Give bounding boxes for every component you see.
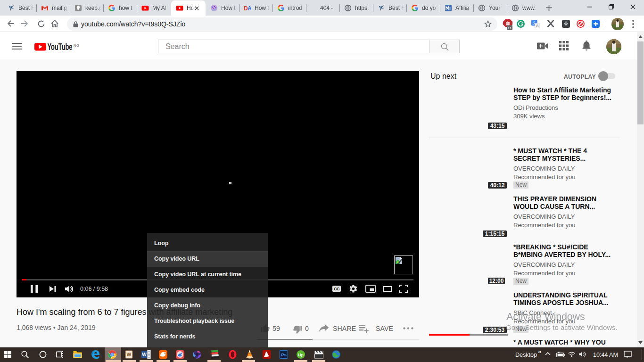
svg-text:W: W (127, 352, 132, 357)
svg-text:Ps: Ps (281, 352, 287, 357)
svg-text:A: A (248, 5, 251, 12)
svg-text:Up: Up (298, 353, 303, 357)
svg-text:11: 11 (508, 26, 512, 30)
svg-text:CC: CC (334, 287, 340, 291)
svg-text:YouTube: YouTube (48, 42, 73, 52)
svg-text:W: W (142, 352, 147, 357)
svg-text:A: A (536, 24, 539, 28)
svg-text:NG: NG (74, 43, 79, 48)
